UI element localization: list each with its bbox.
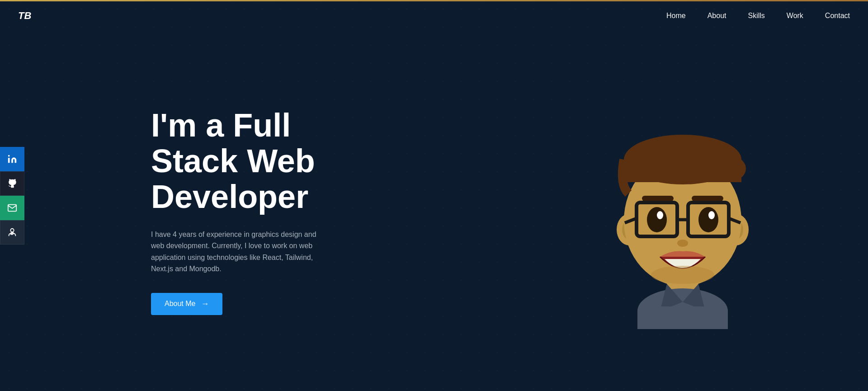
sidebar [0,147,24,245]
svg-point-27 [708,211,715,219]
hero-title: I'm a Full Stack Web Developer [151,108,386,215]
svg-point-28 [677,240,688,247]
character-avatar [597,94,769,329]
svg-rect-17 [642,196,674,201]
arrow-icon: → [201,299,209,309]
nav-work[interactable]: Work [787,12,803,20]
github-svg [7,179,17,188]
hero-text-section: I'm a Full Stack Web Developer I have 4 … [24,108,386,315]
linkedin-icon[interactable] [0,147,24,171]
nav-home[interactable]: Home [666,12,686,20]
nav-about[interactable]: About [708,12,726,20]
svg-rect-8 [637,306,728,329]
email-svg [7,203,17,213]
svg-rect-18 [692,196,723,201]
nav-skills[interactable]: Skills [748,12,764,20]
svg-point-0 [8,155,10,156]
header: TB Home About Skills Work Contact [0,0,868,32]
github-icon[interactable] [0,171,24,196]
linkedin-svg [7,154,17,164]
about-me-button[interactable]: About Me → [151,293,222,315]
svg-point-25 [698,207,718,232]
email-icon[interactable] [0,196,24,220]
hero-description: I have 4 years of experience in graphics… [151,229,327,275]
svg-point-1 [10,228,14,231]
svg-point-29 [651,266,714,284]
main-content: I'm a Full Stack Web Developer I have 4 … [24,32,868,391]
svg-point-26 [657,211,663,219]
resume-icon[interactable] [0,220,24,245]
resume-svg [7,227,17,237]
avatar-container [588,76,778,347]
svg-point-24 [647,207,667,232]
svg-point-16 [710,155,746,182]
about-me-label: About Me [165,300,195,308]
nav-contact[interactable]: Contact [825,12,850,20]
logo: TB [18,10,31,22]
nav: Home About Skills Work Contact [666,12,850,20]
